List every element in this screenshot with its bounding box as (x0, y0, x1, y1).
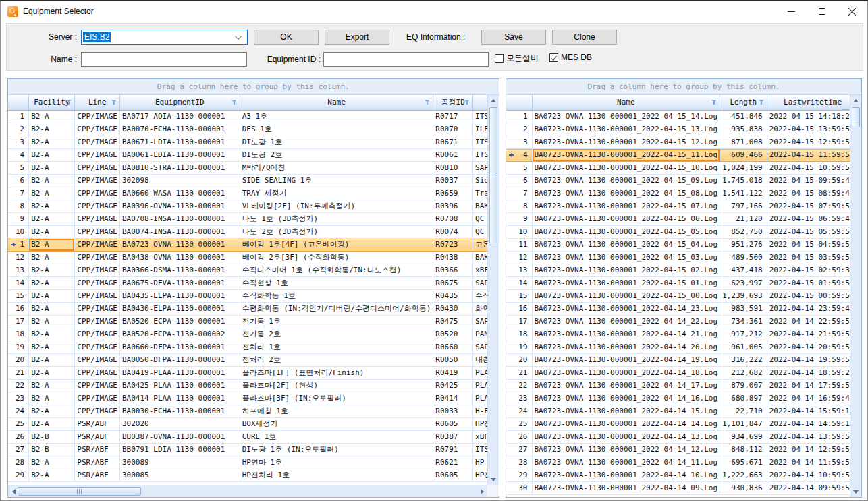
grid-row[interactable]: 3B2-ACPP/IMAGEBA0671-LDIA-1130-000001DI노… (8, 136, 499, 148)
cell[interactable]: BA0723-OVNA-1130-000001_2022-04-15_10.Lo… (532, 161, 720, 174)
grid-row[interactable]: 7BA0723-OVNA-1130-000001_2022-04-15_08.L… (506, 187, 859, 200)
cell[interactable]: BA0723-OVNA-1130-000001_2022-04-14_17.Lo… (532, 379, 720, 392)
equipment-id-input[interactable] (323, 52, 489, 67)
cell[interactable]: 11 (506, 238, 532, 251)
cell[interactable]: 2022-04-14 22:59:59 (767, 315, 859, 328)
cell[interactable]: 29 (506, 469, 532, 481)
cell[interactable]: 300089 (119, 456, 240, 469)
cell[interactable]: 2022-04-15 11:59:56 (767, 148, 859, 161)
cell[interactable]: 19 (8, 341, 29, 353)
cell[interactable]: R0435 (433, 289, 473, 302)
column-header-name[interactable]: Name (240, 95, 433, 110)
cell[interactable]: 1,541,122 (720, 187, 767, 200)
cell[interactable]: 934,699 (720, 430, 767, 443)
cell[interactable]: CPP/IMAGE (75, 136, 120, 148)
cell[interactable]: B2-A (29, 187, 75, 200)
cell[interactable]: 9 (506, 212, 532, 225)
cell[interactable]: BA0723-OVNA-1130-000001_2022-04-14_18.Lo… (532, 366, 720, 379)
grid-row[interactable]: 6B2-ACPP/IMAGE302098SIDE SEALING 1호R0037… (8, 174, 499, 187)
filter-icon[interactable] (232, 100, 238, 106)
cell[interactable]: BA0723-OVNA-1130-000001_2022-04-15_04.Lo… (532, 238, 720, 251)
cell[interactable]: 2022-04-15 00:59:52 (767, 289, 859, 302)
cell[interactable]: R0033 (433, 405, 473, 417)
grid-row[interactable]: 21B2-ACPP/IMAGEBA0419-PLAA-1130-000001플라… (8, 366, 499, 379)
cell[interactable]: B2-A (29, 136, 75, 148)
grid-row[interactable]: 15BA0723-OVNA-1130-000001_2022-04-15_00.… (506, 289, 859, 302)
cell[interactable]: BA0366-DSMA-1130-000001 (119, 264, 240, 276)
cell[interactable]: BA0723-OVNA-1130-000001_2022-04-14_20.Lo… (532, 341, 720, 353)
filter-icon[interactable] (464, 100, 470, 106)
grid-row[interactable]: 27B2-BPSR/ABFBB0791-LDIA-1130-000001DI노광… (8, 443, 499, 456)
cell[interactable]: BA0723-OVNA-1130-000001_2022-04-15_06.Lo… (532, 212, 720, 225)
cell[interactable]: 680,897 (720, 392, 767, 405)
cell[interactable]: 2022-04-15 09:59:47 (767, 174, 859, 187)
scroll-down-button[interactable] (488, 474, 499, 485)
cell[interactable]: 2022-04-15 06:59:42 (767, 212, 859, 225)
cell[interactable]: 623,997 (720, 276, 767, 289)
grid-row[interactable]: 12BA0723-OVNA-1130-000001_2022-04-15_03.… (506, 251, 859, 264)
cell[interactable]: BA0723-OVNA-1130-000001_2022-04-15_09.Lo… (532, 174, 720, 187)
cell[interactable]: 983,591 (720, 302, 767, 315)
cell[interactable]: BA0723-OVNA-1130-000001_2022-04-14_09.Lo… (532, 481, 720, 494)
cell[interactable]: B2-A (29, 174, 75, 187)
filter-icon[interactable] (66, 100, 72, 106)
cell[interactable]: B2-A (29, 469, 75, 481)
grid-row[interactable]: 17BA0723-OVNA-1130-000001_2022-04-14_22.… (506, 315, 859, 328)
cell[interactable]: B2-A (29, 289, 75, 302)
cell[interactable]: BA0435-ELPA-1130-000001 (119, 289, 240, 302)
grid-row[interactable]: 17B2-ACPP/IMAGEBA0520-ECPA-1130-000001전기… (8, 315, 499, 328)
cell[interactable]: M박리/Q에칭 (240, 161, 433, 174)
cell[interactable]: A3 1호 (240, 110, 433, 123)
cell[interactable]: 12 (506, 251, 532, 264)
grid-row[interactable]: 2BA0723-OVNA-1130-000001_2022-04-15_13.L… (506, 123, 859, 136)
cell[interactable]: HP전처리 1호 (240, 469, 433, 481)
cell[interactable]: 18 (8, 328, 29, 341)
cell[interactable]: 플라즈마[3F] (IN:오토필러) (240, 392, 433, 405)
cell[interactable]: 전처리 2호 (240, 353, 433, 366)
cell[interactable]: BA0070-ECHA-1130-000001 (119, 123, 240, 136)
cell[interactable]: R0605 (433, 469, 473, 481)
cell[interactable]: 300085 (119, 469, 240, 481)
grid-row[interactable]: 15B2-ACPP/IMAGEBA0435-ELPA-1130-000001수직… (8, 289, 499, 302)
cell[interactable]: CPP/IMAGE (75, 379, 120, 392)
cell[interactable]: 302020 (119, 417, 240, 430)
cell[interactable]: B2-A (29, 200, 75, 212)
column-header-indicator[interactable] (506, 95, 532, 110)
cell[interactable]: 나노 1호 (3D측정기) (240, 212, 433, 225)
cell[interactable]: 전처리 1호 (240, 341, 433, 353)
cell[interactable]: R0037 (433, 174, 473, 187)
column-header-length[interactable]: Length (720, 95, 767, 110)
cell[interactable]: CPP/IMAGE (75, 187, 120, 200)
cell[interactable]: 451,846 (720, 110, 767, 123)
cell[interactable]: BA0723-OVNA-1130-000001_2022-04-15_02.Lo… (532, 264, 720, 276)
cell[interactable]: BB0791-LDIA-1130-000001 (119, 443, 240, 456)
grid-row[interactable]: 3BA0723-OVNA-1130-000001_2022-04-15_12.L… (506, 136, 859, 148)
grid-row[interactable]: 8B2-ACPP/IMAGEBA0396-OVNA-1130-000001VL베… (8, 200, 499, 212)
cell[interactable]: 5 (506, 161, 532, 174)
cell[interactable]: DI노광 1호 (IN:오토필러) (240, 443, 433, 456)
cell[interactable]: 848,112 (720, 443, 767, 456)
cell[interactable]: CPP/IMAGE (75, 148, 120, 161)
grid-row[interactable]: 4B2-ACPP/IMAGEBA0061-LDIA-1130-000001DI노… (8, 148, 499, 161)
vertical-scroll-thumb[interactable] (489, 107, 497, 243)
cell[interactable]: 플라즈마[1F] (표면처리/Finish) (240, 366, 433, 379)
cell[interactable]: CPP/IMAGE (75, 315, 120, 328)
cell[interactable]: 17 (506, 315, 532, 328)
grid-row[interactable]: 14BA0723-OVNA-1130-000001_2022-04-15_01.… (506, 276, 859, 289)
cell[interactable]: 935,838 (720, 123, 767, 136)
cell[interactable]: 2022-04-14 21:59:57 (767, 328, 859, 341)
cell[interactable]: B2-A (29, 264, 75, 276)
cell[interactable]: CPP/IMAGE (75, 161, 120, 174)
cell[interactable]: 13 (506, 264, 532, 276)
cell[interactable]: 수직화학동 1호 (240, 289, 433, 302)
cell[interactable]: 1,222,663 (720, 469, 767, 481)
cell[interactable]: DI노광 1호 (240, 136, 433, 148)
cell[interactable]: 6 (506, 174, 532, 187)
grid-row[interactable]: 1B2-ACPP/IMAGEBA0717-AOIA-1130-000001A3 … (8, 110, 499, 123)
cell[interactable]: 14 (506, 276, 532, 289)
grid-row[interactable]: 7B2-ACPP/IMAGEBA0660-WASA-1130-000001TRA… (8, 187, 499, 200)
cell[interactable]: BA0430-ELPA-1130-000001 (119, 302, 240, 315)
cell[interactable]: 21,120 (720, 212, 767, 225)
cell[interactable]: BA0723-OVNA-1130-000001_2022-04-14_13.Lo… (532, 430, 720, 443)
grid-row[interactable]: 18BA0723-OVNA-1130-000001_2022-04-14_21.… (506, 328, 859, 341)
